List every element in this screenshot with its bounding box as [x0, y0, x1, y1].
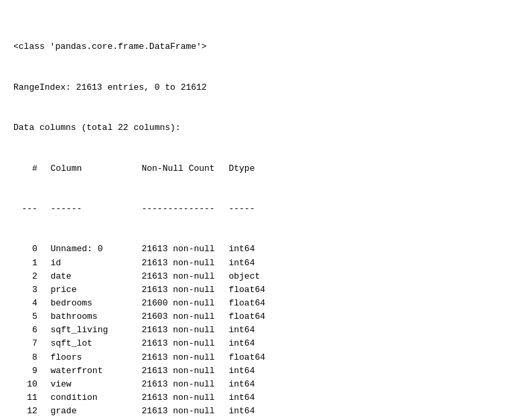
row-count: 21613 non-null	[141, 242, 228, 256]
row-count: 21613 non-null	[141, 351, 228, 364]
table-row: 8 floors 21613 non-null float64	[13, 351, 511, 364]
header-dtype: Dtype	[228, 162, 254, 176]
table-row: 1 id 21613 non-null int64	[13, 257, 511, 270]
row-dtype: int64	[228, 242, 254, 256]
table-row: 6 sqft_living 21613 non-null int64	[13, 324, 511, 337]
row-col-name: price	[48, 283, 141, 297]
row-col-name: sqft_lot	[48, 337, 141, 350]
row-count: 21613 non-null	[141, 378, 228, 391]
header-line: # ColumnNon-Null CountDtype	[13, 162, 511, 176]
row-col-name: condition	[48, 391, 141, 405]
header-count: Non-Null Count	[141, 162, 228, 176]
sep-count: --------------	[141, 202, 228, 216]
row-num: 5	[19, 310, 38, 324]
table-row: 2 date 21613 non-null object	[13, 270, 511, 283]
row-col-name: sqft_living	[48, 324, 141, 337]
row-dtype: float64	[228, 310, 265, 324]
rows-container: 0 Unnamed: 0 21613 non-null int64 1 id 2…	[13, 242, 511, 420]
row-num: 4	[19, 297, 38, 310]
row-count: 21603 non-null	[141, 310, 228, 324]
sep-dtype: -----	[228, 202, 254, 216]
row-num: 0	[19, 242, 38, 256]
row-num: 7	[19, 337, 38, 350]
row-col-name: view	[48, 378, 141, 391]
row-col-name: date	[48, 270, 141, 283]
row-col-name: bedrooms	[48, 297, 141, 310]
class-line: <class 'pandas.core.frame.DataFrame'>	[13, 40, 511, 54]
row-dtype: int64	[228, 324, 254, 337]
table-row: 9 waterfront 21613 non-null int64	[13, 364, 511, 378]
dataframe-info: <class 'pandas.core.frame.DataFrame'> Ra…	[13, 7, 511, 420]
row-count: 21613 non-null	[141, 324, 228, 337]
header-column: Column	[48, 162, 141, 176]
row-num: 10	[19, 378, 38, 391]
row-count: 21600 non-null	[141, 297, 228, 310]
sep-num: ---	[19, 202, 38, 216]
row-num: 9	[19, 364, 38, 378]
row-num: 2	[19, 270, 38, 283]
row-dtype: int64	[228, 364, 254, 378]
row-num: 12	[19, 405, 38, 418]
table-row: 10 view 21613 non-null int64	[13, 378, 511, 391]
row-num: 11	[19, 391, 38, 405]
row-num: 8	[19, 351, 38, 364]
row-dtype: int64	[228, 337, 254, 350]
row-num: 1	[19, 257, 38, 270]
range-index-line: RangeIndex: 21613 entries, 0 to 21612	[13, 81, 511, 94]
data-columns-line: Data columns (total 22 columns):	[13, 121, 511, 135]
row-dtype: float64	[228, 283, 265, 297]
row-count: 21613 non-null	[141, 337, 228, 350]
row-dtype: object	[228, 270, 260, 283]
row-dtype: int64	[228, 391, 254, 405]
row-count: 21613 non-null	[141, 364, 228, 378]
header-num: #	[19, 162, 38, 176]
sep-col: ------	[48, 202, 141, 216]
row-col-name: Unnamed: 0	[48, 242, 141, 256]
table-row: 3 price 21613 non-null float64	[13, 283, 511, 297]
row-col-name: id	[48, 257, 141, 270]
row-col-name: bathrooms	[48, 310, 141, 324]
separator-line: --- -------------------------	[13, 202, 511, 216]
row-num: 3	[19, 283, 38, 297]
row-dtype: float64	[228, 351, 265, 364]
row-col-name: waterfront	[48, 364, 141, 378]
row-col-name: grade	[48, 405, 141, 418]
table-row: 12 grade 21613 non-null int64	[13, 405, 511, 418]
row-col-name: floors	[48, 351, 141, 364]
row-count: 21613 non-null	[141, 270, 228, 283]
row-dtype: float64	[228, 297, 265, 310]
table-row: 4 bedrooms 21600 non-null float64	[13, 297, 511, 310]
table-row: 0 Unnamed: 0 21613 non-null int64	[13, 242, 511, 256]
row-count: 21613 non-null	[141, 405, 228, 418]
row-count: 21613 non-null	[141, 391, 228, 405]
table-row: 7 sqft_lot 21613 non-null int64	[13, 337, 511, 350]
table-row: 5 bathrooms 21603 non-null float64	[13, 310, 511, 324]
row-count: 21613 non-null	[141, 283, 228, 297]
table-row: 11 condition 21613 non-null int64	[13, 391, 511, 405]
row-dtype: int64	[228, 378, 254, 391]
row-dtype: int64	[228, 257, 254, 270]
row-dtype: int64	[228, 405, 254, 418]
row-count: 21613 non-null	[141, 257, 228, 270]
row-num: 6	[19, 324, 38, 337]
